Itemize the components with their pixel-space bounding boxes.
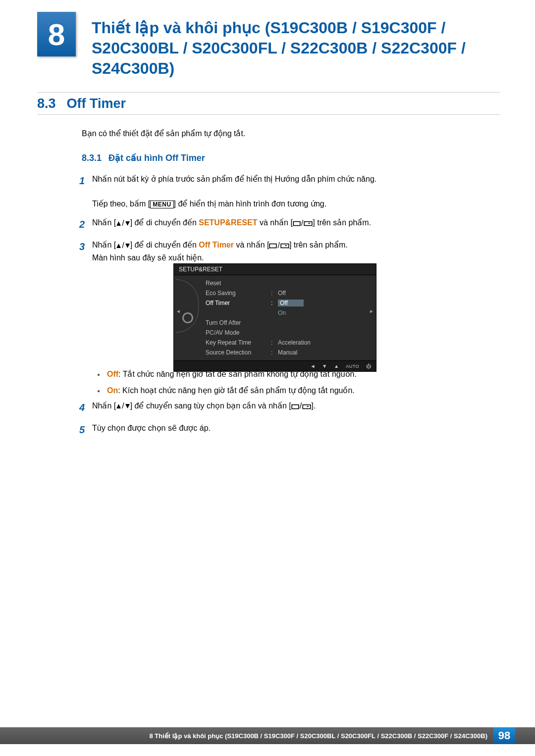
osd-item-value: Off	[278, 290, 372, 297]
step-1: 1 Nhấn nút bất kỳ ở phía trước sản phẩm …	[79, 173, 500, 210]
osd-left-panel	[174, 275, 202, 360]
select-enter-icon: /	[269, 240, 289, 252]
osd-screenshot: SETUP&RESET Reset Eco Saving:Off Off Tim…	[173, 263, 376, 372]
footer-text: 8 Thiết lập và khôi phục (S19C300B / S19…	[0, 732, 493, 740]
select-enter-icon: /	[291, 400, 311, 412]
subsection-number: 8.3.1	[82, 153, 102, 163]
svg-rect-2	[293, 222, 300, 226]
subsection-header: 8.3.1 Đặt cấu hình Off Timer	[82, 152, 205, 163]
bullet-off-text: : Tắt chức năng hẹn giờ tắt để sản phẩm …	[118, 370, 357, 378]
nav-left-icon: ◄	[176, 308, 181, 314]
bullet-dot-icon: ●	[97, 384, 107, 397]
svg-marker-8	[116, 404, 121, 408]
osd-item-label: Source Detection	[206, 349, 271, 356]
option-bullets: ● Off: Tắt chức năng hẹn giờ tắt để sản …	[97, 367, 500, 400]
osd-item-value: Acceleration	[278, 339, 372, 346]
svg-marker-4	[116, 244, 121, 248]
step-3-target: Off Timer	[199, 241, 234, 249]
step-number: 1	[79, 173, 92, 210]
osd-item-label: Reset	[206, 280, 271, 287]
nav-right-icon: ►	[369, 308, 374, 314]
svg-rect-6	[270, 244, 277, 248]
chapter-title: Thiết lập và khôi phục (S19C300B / S19C3…	[92, 18, 500, 79]
step-number: 4	[79, 400, 92, 415]
svg-marker-9	[125, 404, 130, 408]
bullet-off: ● Off: Tắt chức năng hẹn giờ tắt để sản …	[97, 367, 500, 381]
osd-item-label: Eco Saving	[206, 290, 271, 297]
step-1-line-a: Nhấn nút bất kỳ ở phía trước sản phẩm để…	[92, 175, 376, 183]
osd-item-value-highlight: Off	[278, 300, 304, 306]
svg-marker-1	[125, 221, 130, 226]
step-2-post2: ] trên sản phẩm.	[313, 218, 371, 227]
step-3-pre: Nhấn [	[92, 241, 116, 249]
up-down-icon: /	[116, 400, 130, 412]
osd-title: SETUP&RESET	[174, 264, 376, 275]
step-3-post1: và nhấn [	[234, 241, 269, 249]
gear-icon	[182, 312, 193, 323]
step-4-pre: Nhấn [	[92, 402, 116, 410]
osd-item-value: Manual	[278, 349, 372, 356]
bullet-on-keyword: On	[107, 386, 118, 395]
step-5-text: Tùy chọn được chọn sẽ được áp.	[92, 424, 211, 432]
step-5: 5 Tùy chọn được chọn sẽ được áp.	[79, 422, 500, 438]
step-2-pre: Nhấn [	[92, 218, 116, 227]
page-number: 98	[493, 727, 515, 744]
svg-marker-0	[116, 221, 121, 226]
osd-item-label: PC/AV Mode	[206, 329, 271, 336]
chapter-number-badge: 8	[37, 12, 76, 56]
subsection-title: Đặt cấu hình Off Timer	[108, 152, 205, 163]
bullet-on: ● On: Kích hoạt chức năng hẹn giờ tắt để…	[97, 384, 500, 397]
osd-item-label: Turn Off After	[206, 319, 271, 326]
step-4: 4 Nhấn [/] để chuyển sang tùy chọn bạn c…	[79, 400, 500, 415]
up-down-icon: /	[116, 217, 130, 230]
step-2-post1: và nhấn [	[257, 218, 292, 227]
bullet-off-keyword: Off	[107, 370, 118, 378]
select-enter-icon: /	[293, 217, 313, 230]
steps-list: 1 Nhấn nút bất kỳ ở phía trước sản phẩm …	[79, 173, 500, 271]
osd-menu: Reset Eco Saving:Off Off Timer:Off On Tu…	[202, 275, 376, 360]
step-2-target: SETUP&RESET	[199, 218, 257, 227]
svg-marker-5	[125, 244, 130, 248]
section-intro: Bạn có thể thiết đặt để sản phẩm tự động…	[82, 129, 245, 138]
section-number: 8.3	[37, 96, 56, 111]
step-1-line-b-post: ] để hiển thị màn hình trình đơn tương ứ…	[174, 200, 327, 208]
bullet-dot-icon: ●	[97, 367, 107, 381]
osd-item-label: Key Repeat Time	[206, 339, 271, 346]
steps-list-continued: 4 Nhấn [/] để chuyển sang tùy chọn bạn c…	[79, 400, 500, 445]
step-3: 3 Nhấn [/] để di chuyển đến Off Timer và…	[79, 239, 500, 264]
step-3-mid: ] để di chuyển đến	[130, 241, 199, 249]
step-4-mid: ] để chuyển sang tùy chọn bạn cần và nhấ…	[130, 402, 291, 410]
step-number: 5	[79, 422, 92, 438]
step-4-post: ].	[311, 402, 316, 410]
step-1-line-b-pre: Tiếp theo, bấm [	[92, 200, 150, 208]
step-number: 3	[79, 239, 92, 264]
step-2-mid: ] để di chuyển đến	[130, 218, 199, 227]
section-header: 8.3 Off Timer	[37, 92, 500, 115]
osd-item-value: On	[278, 309, 372, 316]
bullet-on-text: : Kích hoạt chức năng hẹn giờ tắt để sản…	[118, 386, 355, 395]
menu-key-icon: MENU	[150, 201, 173, 208]
step-3-line2: Màn hình sau đây sẽ xuất hiện.	[92, 253, 204, 262]
step-2: 2 Nhấn [/] để di chuyển đến SETUP&RESET …	[79, 217, 500, 232]
section-title: Off Timer	[67, 96, 126, 111]
page: 8 Thiết lập và khôi phục (S19C300B / S19…	[0, 0, 535, 756]
step-3-post2: ] trên sản phẩm.	[289, 241, 348, 249]
step-number: 2	[79, 217, 92, 232]
page-footer: 8 Thiết lập và khôi phục (S19C300B / S19…	[0, 727, 535, 744]
up-down-icon: /	[116, 240, 130, 252]
osd-item-label: Off Timer	[206, 300, 271, 306]
svg-rect-10	[292, 404, 299, 408]
